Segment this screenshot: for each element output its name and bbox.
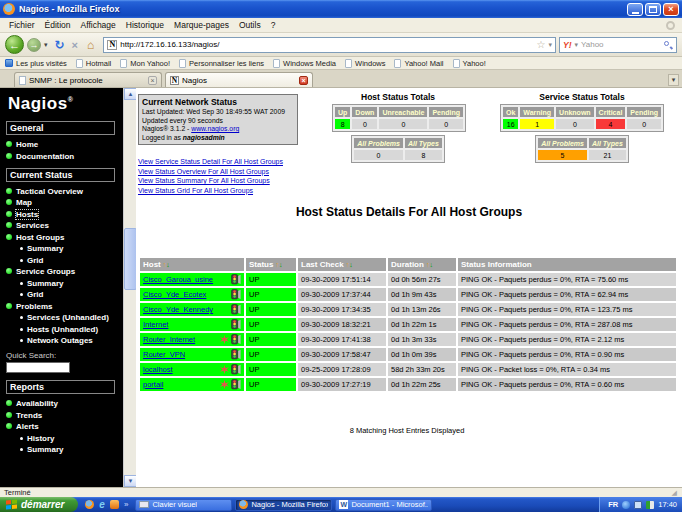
column-header-last-check[interactable]: Last Check↑↓	[298, 258, 386, 271]
sidebar-item-network-outages[interactable]: Network Outages	[20, 336, 121, 345]
host-totals-header-unreachable[interactable]: Unreachable	[379, 107, 427, 117]
home-button[interactable]: ⌂	[87, 39, 94, 51]
stop-button[interactable]: ×	[72, 39, 78, 51]
host-extinfo-icon[interactable]	[231, 289, 241, 300]
host-extinfo-icon[interactable]	[231, 304, 241, 315]
sidebar-item-history[interactable]: History	[20, 434, 121, 443]
taskbar-task-clavier-visuel[interactable]: Clavier visuel	[135, 499, 232, 511]
search-bar[interactable]: Y! ▾ Yahoo	[559, 37, 677, 53]
bookmark-windows[interactable]: Windows	[345, 59, 385, 68]
url-text[interactable]: http://172.16.16.133/nagios/	[120, 40, 533, 49]
host-link[interactable]: localhost	[143, 365, 218, 374]
bookmark-hotmail[interactable]: Hotmail	[76, 59, 111, 68]
host-totals-header-pending[interactable]: Pending	[429, 107, 463, 117]
taskbar-task-document1-microsof[interactable]: WDocument1 - Microsof...	[335, 499, 432, 511]
host-totals-header-up[interactable]: Up	[335, 107, 350, 117]
service-totals-header-all-types[interactable]: All Types	[589, 138, 626, 148]
url-bar[interactable]: N http://172.16.16.133/nagios/ ☆ ▾	[103, 37, 556, 53]
menu-marque-pages[interactable]: Marque-pages	[169, 20, 234, 30]
resize-grip-icon[interactable]: ◢	[672, 489, 678, 497]
sort-descending-icon[interactable]: ↓	[429, 261, 433, 268]
status-link-1[interactable]: View Service Status Detail For All Host …	[138, 157, 283, 167]
tray-vnc-icon[interactable]	[646, 501, 654, 509]
host-totals-header-down[interactable]: Down	[352, 107, 377, 117]
tab-close-button[interactable]: ×	[148, 76, 157, 85]
minimize-button[interactable]	[627, 3, 643, 16]
host-extinfo-icon[interactable]	[231, 364, 241, 375]
language-indicator[interactable]: FR	[608, 500, 618, 509]
quicklaunch-firefox-icon[interactable]	[85, 500, 94, 509]
start-button[interactable]: démarrer	[0, 497, 78, 512]
column-header-host[interactable]: Host↑↓	[140, 258, 244, 271]
bookmark-mon-yahoo[interactable]: Mon Yahoo!	[120, 59, 170, 68]
host-link[interactable]: Internet	[143, 320, 229, 329]
reload-button[interactable]: ↻	[55, 39, 65, 51]
sidebar-item-summary[interactable]: Summary	[20, 279, 121, 288]
tab-list-dropdown[interactable]: ▾	[668, 74, 679, 86]
host-totals-header-all-problems[interactable]: All Problems	[354, 138, 403, 148]
menu-affichage[interactable]: Affichage	[76, 20, 121, 30]
service-totals-header-unknown[interactable]: Unknown	[556, 107, 594, 117]
sidebar-item-problems[interactable]: Problems	[6, 302, 121, 311]
column-header-status-information[interactable]: Status Information	[458, 258, 676, 271]
bookmark-windows-media[interactable]: Windows Media	[273, 59, 336, 68]
status-link-2[interactable]: View Status Overview For All Host Groups	[138, 167, 283, 177]
sidebar-item-summary[interactable]: Summary	[20, 244, 121, 253]
menu-fichier[interactable]: Fichier	[4, 20, 40, 30]
nagios-org-link[interactable]: www.nagios.org	[191, 125, 239, 132]
host-link[interactable]: Cisco_Garoua_usine	[143, 275, 229, 284]
host-extinfo-icon[interactable]	[231, 274, 241, 285]
menu-historique[interactable]: Historique	[121, 20, 169, 30]
service-totals-header-critical[interactable]: Critical	[596, 107, 626, 117]
quicklaunch-app-icon[interactable]	[110, 500, 119, 509]
bookmark-yahoo-mail[interactable]: Yahoo! Mail	[394, 59, 443, 68]
search-engine-dropdown-icon[interactable]: ▾	[575, 41, 579, 49]
host-extinfo-icon[interactable]	[231, 349, 241, 360]
quicklaunch-ie-icon[interactable]: e	[99, 500, 105, 510]
sidebar-item-alerts[interactable]: Alerts	[6, 422, 121, 431]
service-totals-header-pending[interactable]: Pending	[627, 107, 661, 117]
service-totals-header-ok[interactable]: Ok	[503, 107, 518, 117]
restore-button[interactable]	[645, 3, 661, 16]
bookmark-les-plus-visit-s[interactable]: Les plus visités	[5, 59, 67, 68]
quick-search-input[interactable]	[6, 362, 70, 373]
tab-close-button[interactable]: ×	[299, 76, 308, 85]
sidebar-item-service-groups[interactable]: Service Groups	[6, 267, 121, 276]
host-extinfo-icon[interactable]	[231, 319, 241, 330]
column-header-duration[interactable]: Duration↑↓	[388, 258, 456, 271]
history-dropdown-icon[interactable]: ▾	[44, 41, 48, 49]
column-header-status[interactable]: Status↑↓	[246, 258, 296, 271]
host-extinfo-icon[interactable]	[231, 379, 241, 390]
sidebar-item-availability[interactable]: Availability	[6, 399, 121, 408]
tray-display-icon[interactable]	[634, 501, 642, 509]
nagios-logo[interactable]: Nagios®	[8, 94, 121, 114]
sidebar-item-tactical-overview[interactable]: Tactical Overview	[6, 187, 121, 196]
host-link[interactable]: Router_VPN	[143, 350, 229, 359]
sort-descending-icon[interactable]: ↓	[166, 261, 170, 268]
tray-globe-icon[interactable]	[622, 501, 630, 509]
sidebar-item-documentation[interactable]: Documentation	[6, 152, 121, 161]
status-link-4[interactable]: View Status Grid For All Host Groups	[138, 186, 283, 196]
sort-descending-icon[interactable]: ↓	[279, 261, 283, 268]
sidebar-item-home[interactable]: Home	[6, 140, 121, 149]
sidebar-item-host-groups[interactable]: Host Groups	[6, 233, 121, 242]
host-totals-header-all-types[interactable]: All Types	[405, 138, 442, 148]
sidebar-scrollbar[interactable]: ▲ ▼	[123, 88, 136, 487]
url-dropdown-icon[interactable]: ▾	[548, 41, 552, 49]
sidebar-item-grid[interactable]: Grid	[20, 256, 121, 265]
bookmark-yahoo[interactable]: Yahoo!	[453, 59, 486, 68]
tab-nagios[interactable]: NNagios×	[165, 72, 313, 87]
bookmark-star-icon[interactable]: ☆	[537, 40, 546, 50]
sidebar-item-grid[interactable]: Grid	[20, 290, 121, 299]
title-bar[interactable]: Nagios - Mozilla Firefox ×	[0, 0, 682, 18]
host-link[interactable]: Cisco_Yde_Ecotex	[143, 290, 229, 299]
search-magnifier-icon[interactable]	[663, 40, 673, 50]
service-totals-header-all-problems[interactable]: All Problems	[538, 138, 587, 148]
sidebar-item-summary[interactable]: Summary	[20, 445, 121, 454]
quicklaunch-overflow-icon[interactable]: »	[124, 500, 128, 509]
menu-outils[interactable]: Outils	[234, 20, 266, 30]
forward-button[interactable]: →	[27, 38, 41, 52]
bookmark-personnaliser-les-liens[interactable]: Personnaliser les liens	[179, 59, 264, 68]
sidebar-item-map[interactable]: Map	[6, 198, 121, 207]
tab-snmp-le-protocole[interactable]: SNMP : Le protocole×	[14, 72, 162, 87]
